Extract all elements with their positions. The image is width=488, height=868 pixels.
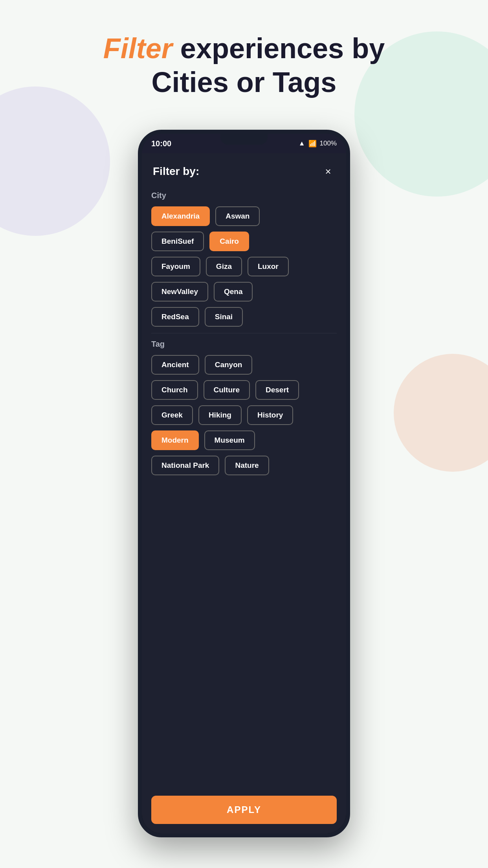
chip-greek[interactable]: Greek bbox=[151, 405, 193, 425]
city-tag-row-4: NewValley Qena bbox=[151, 282, 337, 302]
tag-row-2: Church Culture Desert bbox=[151, 380, 337, 400]
city-tag-row-3: Fayoum Giza Luxor bbox=[151, 257, 337, 276]
tag-row-4: Modern Museum bbox=[151, 430, 337, 450]
city-tag-row-2: BeniSuef Cairo bbox=[151, 232, 337, 251]
signal-icon: 📶 bbox=[308, 140, 317, 148]
chip-canyon[interactable]: Canyon bbox=[205, 355, 253, 375]
phone-mockup: 10:00 ▲ 📶 100% Filter by: × City Alexand… bbox=[138, 130, 350, 837]
chip-culture[interactable]: Culture bbox=[204, 380, 250, 400]
tag-section-label: Tag bbox=[151, 340, 337, 349]
chip-aswan[interactable]: Aswan bbox=[215, 206, 260, 226]
battery-text: 100% bbox=[320, 140, 337, 147]
chip-luxor[interactable]: Luxor bbox=[248, 257, 289, 276]
chip-ancient[interactable]: Ancient bbox=[151, 355, 199, 375]
modal-body: City Alexandria Aswan BeniSuef Cairo Fay… bbox=[142, 185, 346, 789]
bg-circle-purple bbox=[0, 86, 110, 236]
chip-sinai[interactable]: Sinai bbox=[205, 307, 243, 327]
modal-title: Filter by: bbox=[153, 165, 199, 178]
title-highlight: Filter bbox=[103, 33, 172, 64]
city-tag-row-5: RedSea Sinai bbox=[151, 307, 337, 327]
chip-modern[interactable]: Modern bbox=[151, 430, 199, 450]
filter-modal: Filter by: × City Alexandria Aswan BeniS… bbox=[142, 153, 346, 833]
city-tag-row-1: Alexandria Aswan bbox=[151, 206, 337, 226]
tag-row-5: National Park Nature bbox=[151, 456, 337, 475]
section-divider bbox=[151, 333, 337, 333]
bg-circle-peach bbox=[394, 354, 488, 472]
chip-alexandria[interactable]: Alexandria bbox=[151, 206, 210, 226]
chip-giza[interactable]: Giza bbox=[206, 257, 242, 276]
chip-cairo[interactable]: Cairo bbox=[209, 232, 249, 251]
chip-church[interactable]: Church bbox=[151, 380, 198, 400]
tag-row-1: Ancient Canyon bbox=[151, 355, 337, 375]
chip-redsea[interactable]: RedSea bbox=[151, 307, 199, 327]
phone-notch bbox=[220, 134, 268, 145]
page-title: Filter experiences byCities or Tags bbox=[24, 31, 464, 99]
chip-history[interactable]: History bbox=[247, 405, 293, 425]
chip-desert[interactable]: Desert bbox=[255, 380, 299, 400]
chip-fayoum[interactable]: Fayoum bbox=[151, 257, 200, 276]
wifi-icon: ▲ bbox=[299, 140, 305, 147]
page-header: Filter experiences byCities or Tags bbox=[0, 31, 488, 99]
chip-qena[interactable]: Qena bbox=[214, 282, 253, 302]
tag-row-3: Greek Hiking History bbox=[151, 405, 337, 425]
modal-header: Filter by: × bbox=[142, 153, 346, 185]
chip-newvalley[interactable]: NewValley bbox=[151, 282, 208, 302]
city-section-label: City bbox=[151, 191, 337, 200]
chip-museum[interactable]: Museum bbox=[204, 430, 255, 450]
chip-national-park[interactable]: National Park bbox=[151, 456, 219, 475]
chip-benisuef[interactable]: BeniSuef bbox=[151, 232, 204, 251]
title-rest: experiences byCities or Tags bbox=[152, 33, 385, 98]
status-time: 10:00 bbox=[151, 139, 171, 148]
apply-button[interactable]: APPLY bbox=[151, 796, 337, 824]
chip-hiking[interactable]: Hiking bbox=[198, 405, 242, 425]
chip-nature[interactable]: Nature bbox=[225, 456, 269, 475]
apply-button-wrapper: APPLY bbox=[142, 789, 346, 833]
status-icons: ▲ 📶 100% bbox=[299, 140, 337, 148]
tag-row-6 bbox=[151, 481, 337, 492]
close-button[interactable]: × bbox=[321, 164, 335, 178]
